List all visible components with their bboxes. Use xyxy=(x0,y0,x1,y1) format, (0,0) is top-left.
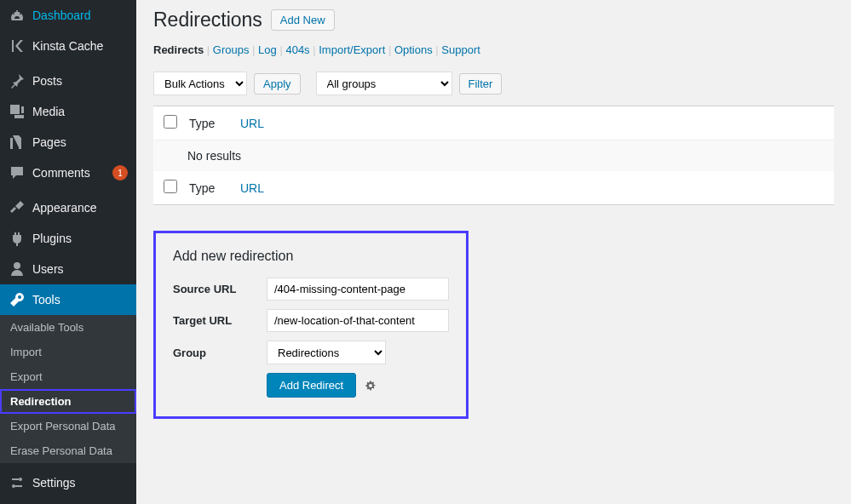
sidebar-item-tools[interactable]: Tools xyxy=(0,284,136,315)
bulk-actions-select[interactable]: Bulk Actions xyxy=(153,72,247,95)
add-redirect-form: Add new redirection Source URL Target UR… xyxy=(153,231,469,419)
col-url[interactable]: URL xyxy=(240,181,264,195)
sidebar-label: Media xyxy=(32,105,128,118)
tab-redirects[interactable]: Redirects xyxy=(153,43,204,56)
tab-groups[interactable]: Groups xyxy=(213,43,250,56)
no-results-row: No results xyxy=(153,140,834,171)
sidebar-label: Posts xyxy=(32,74,128,88)
group-filter-select[interactable]: All groups xyxy=(316,72,452,95)
main-content: Redirections Add New Redirects | Groups … xyxy=(136,0,851,504)
sub-available-tools[interactable]: Available Tools xyxy=(0,315,136,340)
add-new-button[interactable]: Add New xyxy=(271,9,335,31)
sidebar-label: Users xyxy=(32,262,128,276)
col-type: Type xyxy=(189,117,240,130)
form-title: Add new redirection xyxy=(173,249,449,264)
user-icon xyxy=(9,261,26,278)
source-url-label: Source URL xyxy=(173,283,267,295)
comments-badge: 1 xyxy=(112,165,128,180)
sidebar-label: Pages xyxy=(32,135,128,149)
sidebar-item-posts[interactable]: Posts xyxy=(0,66,136,96)
tabs: Redirects | Groups | Log | 404s | Import… xyxy=(153,43,834,56)
select-all-checkbox-footer[interactable] xyxy=(164,180,177,193)
filter-button[interactable]: Filter xyxy=(459,73,503,94)
sidebar-label: Dashboard xyxy=(32,9,128,22)
apply-button[interactable]: Apply xyxy=(254,73,301,94)
table-footer-row: Type URL xyxy=(153,171,834,204)
sub-export[interactable]: Export xyxy=(0,364,136,389)
sub-erase-personal[interactable]: Erase Personal Data xyxy=(0,438,136,463)
pages-icon xyxy=(9,134,26,151)
media-icon xyxy=(9,103,26,120)
sidebar-submenu: Available Tools Import Export Redirectio… xyxy=(0,315,136,463)
tab-log[interactable]: Log xyxy=(258,43,277,56)
comment-icon xyxy=(9,164,26,181)
sidebar-item-plugins[interactable]: Plugins xyxy=(0,223,136,254)
tab-support[interactable]: Support xyxy=(441,43,480,56)
tab-import-export[interactable]: Import/Export xyxy=(319,43,385,56)
tab-404s[interactable]: 404s xyxy=(285,43,309,56)
settings-icon xyxy=(9,474,26,491)
sidebar-item-pages[interactable]: Pages xyxy=(0,127,136,158)
sidebar-label: Tools xyxy=(32,293,128,306)
sidebar-label: Plugins xyxy=(32,232,128,245)
sub-import[interactable]: Import xyxy=(0,340,136,364)
admin-sidebar: Dashboard Kinsta Cache Posts Media Pages… xyxy=(0,0,136,504)
col-url[interactable]: URL xyxy=(240,117,264,130)
sidebar-item-comments[interactable]: Comments 1 xyxy=(0,158,136,188)
dashboard-icon xyxy=(9,7,26,24)
sidebar-item-appearance[interactable]: Appearance xyxy=(0,192,136,223)
group-label: Group xyxy=(173,346,267,359)
plugin-icon xyxy=(9,230,26,247)
toolbar: Bulk Actions Apply All groups Filter xyxy=(153,72,834,95)
add-redirect-button[interactable]: Add Redirect xyxy=(267,373,356,398)
page-header: Redirections Add New xyxy=(153,9,834,32)
tab-options[interactable]: Options xyxy=(394,43,433,56)
sidebar-label: Comments xyxy=(32,166,112,180)
col-type: Type xyxy=(189,181,240,195)
table-header-row: Type URL xyxy=(153,106,834,140)
sidebar-item-settings[interactable]: Settings xyxy=(0,467,136,498)
redirects-table: Type URL No results Type URL xyxy=(153,106,834,205)
kinsta-icon xyxy=(9,37,26,54)
wrench-icon xyxy=(9,291,26,308)
gear-icon[interactable] xyxy=(365,380,377,392)
target-url-label: Target URL xyxy=(173,314,267,327)
page-title: Redirections xyxy=(153,9,262,32)
source-url-input[interactable] xyxy=(267,278,449,301)
group-select[interactable]: Redirections xyxy=(267,341,386,364)
pin-icon xyxy=(9,72,26,89)
sidebar-label: Settings xyxy=(32,476,128,490)
sub-redirection[interactable]: Redirection xyxy=(0,389,136,414)
sidebar-label: Appearance xyxy=(32,201,128,215)
sub-export-personal[interactable]: Export Personal Data xyxy=(0,414,136,438)
select-all-checkbox[interactable] xyxy=(164,115,177,129)
appearance-icon xyxy=(9,199,26,216)
sidebar-item-kinsta[interactable]: Kinsta Cache xyxy=(0,31,136,61)
target-url-input[interactable] xyxy=(267,309,449,332)
sidebar-item-media[interactable]: Media xyxy=(0,96,136,127)
sidebar-item-users[interactable]: Users xyxy=(0,254,136,284)
sidebar-label: Kinsta Cache xyxy=(32,39,128,53)
sidebar-item-dashboard[interactable]: Dashboard xyxy=(0,0,136,31)
